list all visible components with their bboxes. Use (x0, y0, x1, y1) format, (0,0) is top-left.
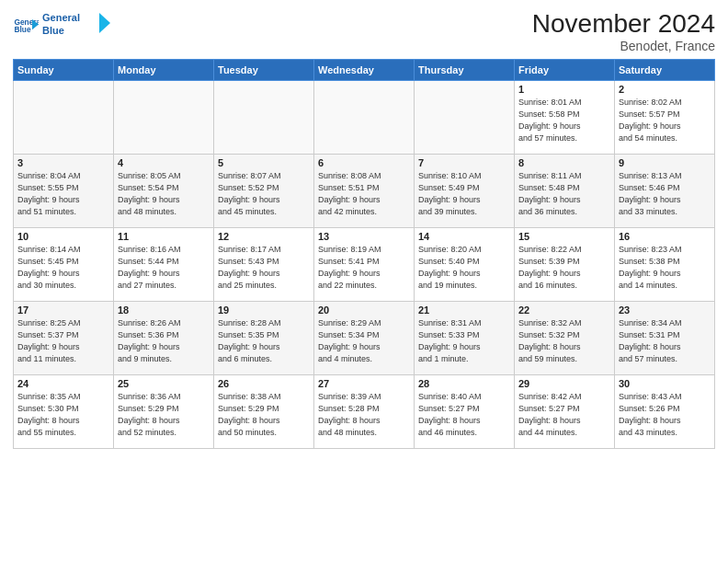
day-number: 12 (218, 231, 310, 242)
day-info: Sunrise: 8:34 AM Sunset: 5:31 PM Dayligh… (619, 317, 711, 365)
calendar-cell: 27Sunrise: 8:39 AM Sunset: 5:28 PM Dayli… (314, 375, 415, 449)
day-number: 20 (318, 304, 410, 316)
calendar-cell: 24Sunrise: 8:35 AM Sunset: 5:30 PM Dayli… (14, 375, 114, 449)
svg-text:Blue: Blue (42, 25, 64, 36)
location: Benodet, France (532, 39, 715, 53)
col-saturday: Saturday (615, 60, 715, 81)
day-number: 24 (17, 378, 109, 389)
day-number: 10 (17, 231, 109, 242)
calendar-week-row: 1Sunrise: 8:01 AM Sunset: 5:58 PM Daylig… (14, 81, 715, 155)
calendar-cell: 10Sunrise: 8:14 AM Sunset: 5:45 PM Dayli… (14, 228, 114, 302)
col-thursday: Thursday (415, 60, 515, 81)
calendar-cell: 28Sunrise: 8:40 AM Sunset: 5:27 PM Dayli… (415, 375, 515, 449)
calendar-cell: 22Sunrise: 8:32 AM Sunset: 5:32 PM Dayli… (515, 302, 615, 375)
day-number: 18 (118, 304, 210, 316)
day-info: Sunrise: 8:14 AM Sunset: 5:45 PM Dayligh… (17, 244, 109, 292)
day-number: 30 (619, 378, 711, 389)
logo-icon: General Blue (13, 13, 39, 39)
day-info: Sunrise: 8:23 AM Sunset: 5:38 PM Dayligh… (619, 244, 711, 292)
day-info: Sunrise: 8:29 AM Sunset: 5:34 PM Dayligh… (318, 317, 410, 365)
calendar-cell: 1Sunrise: 8:01 AM Sunset: 5:58 PM Daylig… (515, 81, 615, 155)
svg-text:General: General (42, 12, 80, 23)
calendar-cell: 20Sunrise: 8:29 AM Sunset: 5:34 PM Dayli… (314, 302, 415, 375)
day-number: 16 (619, 231, 711, 242)
calendar-cell: 21Sunrise: 8:31 AM Sunset: 5:33 PM Dayli… (415, 302, 515, 375)
day-info: Sunrise: 8:01 AM Sunset: 5:58 PM Dayligh… (518, 97, 610, 144)
calendar-cell: 6Sunrise: 8:08 AM Sunset: 5:51 PM Daylig… (314, 155, 415, 228)
calendar-week-row: 17Sunrise: 8:25 AM Sunset: 5:37 PM Dayli… (14, 302, 715, 375)
header: General Blue General Blue November 2024 … (13, 9, 715, 53)
day-info: Sunrise: 8:17 AM Sunset: 5:43 PM Dayligh… (218, 244, 310, 292)
calendar-cell: 8Sunrise: 8:11 AM Sunset: 5:48 PM Daylig… (515, 155, 615, 228)
day-info: Sunrise: 8:11 AM Sunset: 5:48 PM Dayligh… (518, 170, 610, 218)
calendar-cell: 17Sunrise: 8:25 AM Sunset: 5:37 PM Dayli… (14, 302, 114, 375)
col-tuesday: Tuesday (214, 60, 314, 81)
day-info: Sunrise: 8:20 AM Sunset: 5:40 PM Dayligh… (418, 244, 510, 292)
day-info: Sunrise: 8:04 AM Sunset: 5:55 PM Dayligh… (17, 170, 109, 218)
calendar-cell: 25Sunrise: 8:36 AM Sunset: 5:29 PM Dayli… (114, 375, 214, 449)
title-block: November 2024 Benodet, France (532, 9, 715, 53)
calendar-cell (314, 81, 415, 155)
day-number: 27 (318, 378, 410, 389)
day-info: Sunrise: 8:07 AM Sunset: 5:52 PM Dayligh… (218, 170, 310, 218)
day-number: 19 (218, 304, 310, 316)
day-info: Sunrise: 8:39 AM Sunset: 5:28 PM Dayligh… (318, 391, 410, 439)
day-number: 28 (418, 378, 510, 389)
col-sunday: Sunday (14, 60, 114, 81)
calendar-week-row: 10Sunrise: 8:14 AM Sunset: 5:45 PM Dayli… (14, 228, 715, 302)
day-info: Sunrise: 8:31 AM Sunset: 5:33 PM Dayligh… (418, 317, 510, 365)
day-number: 4 (118, 157, 210, 168)
calendar-cell: 4Sunrise: 8:05 AM Sunset: 5:54 PM Daylig… (114, 155, 214, 228)
day-info: Sunrise: 8:22 AM Sunset: 5:39 PM Dayligh… (518, 244, 610, 292)
day-number: 17 (17, 304, 109, 316)
day-info: Sunrise: 8:19 AM Sunset: 5:41 PM Dayligh… (318, 244, 410, 292)
calendar-cell (415, 81, 515, 155)
day-info: Sunrise: 8:36 AM Sunset: 5:29 PM Dayligh… (118, 391, 210, 439)
month-title: November 2024 (532, 9, 715, 39)
calendar-header-row: Sunday Monday Tuesday Wednesday Thursday… (14, 60, 715, 81)
day-number: 13 (318, 231, 410, 242)
day-info: Sunrise: 8:16 AM Sunset: 5:44 PM Dayligh… (118, 244, 210, 292)
day-info: Sunrise: 8:02 AM Sunset: 5:57 PM Dayligh… (619, 97, 711, 144)
day-info: Sunrise: 8:35 AM Sunset: 5:30 PM Dayligh… (17, 391, 109, 439)
calendar-cell: 3Sunrise: 8:04 AM Sunset: 5:55 PM Daylig… (14, 155, 114, 228)
day-number: 14 (418, 231, 510, 242)
day-info: Sunrise: 8:38 AM Sunset: 5:29 PM Dayligh… (218, 391, 310, 439)
svg-text:Blue: Blue (14, 25, 30, 34)
calendar-table: Sunday Monday Tuesday Wednesday Thursday… (13, 59, 715, 449)
day-info: Sunrise: 8:13 AM Sunset: 5:46 PM Dayligh… (619, 170, 711, 218)
day-number: 22 (518, 304, 610, 316)
calendar-cell: 26Sunrise: 8:38 AM Sunset: 5:29 PM Dayli… (214, 375, 314, 449)
day-number: 3 (17, 157, 109, 168)
calendar-week-row: 3Sunrise: 8:04 AM Sunset: 5:55 PM Daylig… (14, 155, 715, 228)
day-info: Sunrise: 8:42 AM Sunset: 5:27 PM Dayligh… (518, 391, 610, 439)
day-number: 1 (518, 84, 610, 95)
calendar-cell: 23Sunrise: 8:34 AM Sunset: 5:31 PM Dayli… (615, 302, 715, 375)
day-number: 8 (518, 157, 610, 168)
day-info: Sunrise: 8:08 AM Sunset: 5:51 PM Dayligh… (318, 170, 410, 218)
day-info: Sunrise: 8:43 AM Sunset: 5:26 PM Dayligh… (619, 391, 711, 439)
day-info: Sunrise: 8:26 AM Sunset: 5:36 PM Dayligh… (118, 317, 210, 365)
calendar-cell (14, 81, 114, 155)
col-wednesday: Wednesday (314, 60, 415, 81)
svg-marker-5 (99, 13, 110, 33)
day-info: Sunrise: 8:25 AM Sunset: 5:37 PM Dayligh… (17, 317, 109, 365)
col-friday: Friday (515, 60, 615, 81)
day-number: 21 (418, 304, 510, 316)
calendar-cell: 13Sunrise: 8:19 AM Sunset: 5:41 PM Dayli… (314, 228, 415, 302)
day-number: 11 (118, 231, 210, 242)
calendar-cell: 19Sunrise: 8:28 AM Sunset: 5:35 PM Dayli… (214, 302, 314, 375)
day-number: 9 (619, 157, 711, 168)
day-info: Sunrise: 8:10 AM Sunset: 5:49 PM Dayligh… (418, 170, 510, 218)
day-number: 15 (518, 231, 610, 242)
calendar-cell: 7Sunrise: 8:10 AM Sunset: 5:49 PM Daylig… (415, 155, 515, 228)
day-number: 7 (418, 157, 510, 168)
calendar-cell: 15Sunrise: 8:22 AM Sunset: 5:39 PM Dayli… (515, 228, 615, 302)
calendar-cell (114, 81, 214, 155)
calendar-cell: 16Sunrise: 8:23 AM Sunset: 5:38 PM Dayli… (615, 228, 715, 302)
calendar-week-row: 24Sunrise: 8:35 AM Sunset: 5:30 PM Dayli… (14, 375, 715, 449)
page-container: General Blue General Blue November 2024 … (0, 0, 728, 454)
calendar-cell: 30Sunrise: 8:43 AM Sunset: 5:26 PM Dayli… (615, 375, 715, 449)
calendar-cell: 2Sunrise: 8:02 AM Sunset: 5:57 PM Daylig… (615, 81, 715, 155)
calendar-cell: 14Sunrise: 8:20 AM Sunset: 5:40 PM Dayli… (415, 228, 515, 302)
